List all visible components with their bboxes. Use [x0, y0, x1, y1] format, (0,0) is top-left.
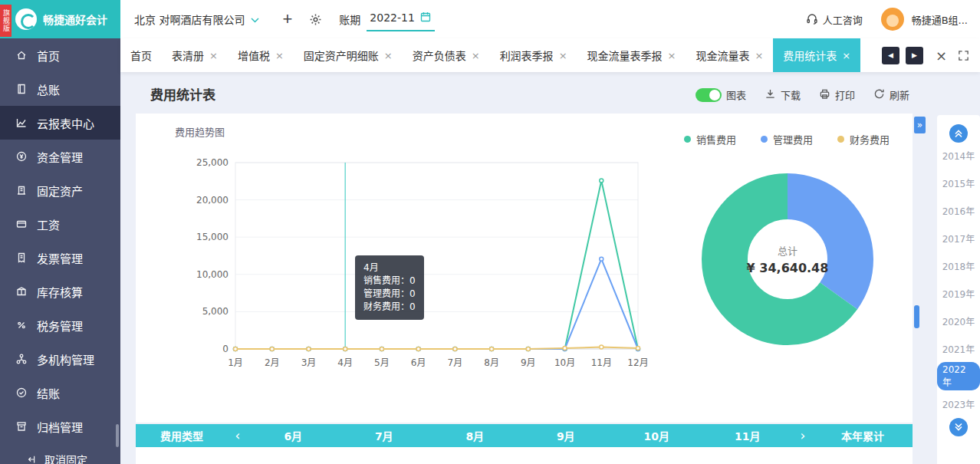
period-section: 账期 2022-11 — [339, 8, 435, 31]
svg-text:3月: 3月 — [301, 357, 317, 368]
svg-text:9月: 9月 — [521, 357, 536, 368]
chart-toggle[interactable]: 图表 — [696, 87, 746, 102]
prev-months-icon[interactable]: ‹ — [228, 428, 248, 443]
archive-icon — [15, 420, 28, 433]
sidebar-item-home[interactable]: 首页 — [0, 38, 120, 72]
year-item[interactable]: 2017年 — [937, 224, 980, 252]
column-month: 6月 — [248, 428, 339, 443]
chart-legend: 销售费用 管理费用 财务费用 — [684, 132, 890, 146]
column-month: 9月 — [521, 428, 612, 443]
gear-icon[interactable] — [309, 13, 322, 26]
cloud-report-icon — [15, 117, 28, 129]
tab-item[interactable]: 增值税× — [228, 38, 294, 72]
tab-item[interactable]: 资产负债表× — [403, 38, 490, 72]
sidebar-item-archive-management[interactable]: 归档管理 — [0, 410, 120, 443]
tab-next-button[interactable]: ▶ — [906, 47, 923, 64]
expand-panel-button[interactable]: » — [914, 117, 926, 133]
legend-item-admin[interactable]: 管理费用 — [761, 132, 813, 146]
close-tab-icon[interactable]: × — [209, 50, 218, 61]
year-item-selected[interactable]: 2022年 — [937, 362, 980, 390]
close-tab-icon[interactable]: × — [668, 50, 676, 61]
tab-item[interactable]: 表清册× — [162, 38, 228, 72]
print-icon — [819, 88, 830, 102]
next-months-icon[interactable]: › — [793, 428, 813, 443]
sidebar-item-fixed-assets[interactable]: 固定资产 — [0, 173, 120, 207]
sidebar: 首页 总账 云报表中心 资金管理 固定资产 工资 发票管理 库存核算 — [0, 38, 120, 464]
refresh-button[interactable]: 刷新 — [873, 87, 909, 102]
legend-item-sales[interactable]: 销售费用 — [684, 132, 736, 146]
close-tab-icon[interactable]: × — [384, 50, 393, 61]
year-item[interactable]: 2020年 — [937, 307, 980, 334]
tabbar: 首页 表清册× 增值税× 固定资产明细账× 资产负债表× 利润表季报× 现金流量… — [120, 38, 980, 72]
close-tab-icon[interactable]: × — [275, 50, 284, 61]
company-name: 北京 对啊酒店有限公司 — [134, 12, 245, 27]
trend-chart-title: 费用趋势图 — [175, 124, 225, 139]
add-account-set-button[interactable]: + — [279, 11, 295, 28]
report-toolbar: 图表 下载 打印 刷新 — [696, 87, 909, 102]
year-item[interactable]: 2015年 — [937, 169, 980, 196]
sidebar-item-fund-management[interactable]: 资金管理 — [0, 140, 120, 173]
sidebar-item-invoice-management[interactable]: 发票管理 — [0, 241, 120, 275]
close-tab-icon[interactable]: × — [842, 50, 850, 61]
column-month: 10月 — [611, 428, 702, 443]
year-scroll-down-button[interactable] — [949, 418, 968, 436]
vertical-scrollbar-thumb[interactable] — [914, 305, 919, 328]
invoice-icon — [15, 252, 28, 264]
year-list: 2014年 2015年 2016年 2017年 2018年 2019年 2020… — [937, 115, 980, 417]
year-item[interactable]: 2023年 — [937, 390, 980, 417]
sidebar-item-tax-management[interactable]: 税务管理 — [0, 308, 120, 342]
year-item[interactable]: 2018年 — [937, 252, 980, 279]
close-all-tabs-icon[interactable]: × — [936, 48, 947, 64]
topbar-right: 人工咨询 畅捷通B组... — [806, 8, 968, 31]
period-value: 2022-11 — [370, 12, 415, 24]
sidebar-item-multi-org-management[interactable]: 多机构管理 — [0, 342, 120, 376]
sidebar-item-payroll[interactable]: 工资 — [0, 207, 120, 241]
chart-card: 费用趋势图 销售费用 管理费用 财务费用 05,00010,00015,0002… — [136, 114, 913, 423]
year-item[interactable]: 2014年 — [937, 141, 980, 169]
username[interactable]: 畅捷通B组... — [912, 12, 968, 27]
year-scroll-up-button[interactable] — [949, 124, 968, 143]
avatar[interactable] — [881, 8, 904, 31]
close-tab-icon[interactable]: × — [472, 50, 480, 61]
sidebar-item-closing[interactable]: 结账 — [0, 376, 120, 410]
tab-item[interactable]: 利润表季报× — [490, 38, 577, 72]
print-button[interactable]: 打印 — [819, 87, 855, 102]
chevron-down-icon — [251, 13, 259, 25]
close-tab-icon[interactable]: × — [559, 50, 567, 61]
chart-tooltip: 4月 销售费用：0 管理费用：0 财务费用：0 — [355, 255, 424, 320]
svg-text:10月: 10月 — [554, 357, 575, 368]
column-year-total: 本年累计 — [813, 428, 913, 443]
tab-item-active[interactable]: 费用统计表× — [773, 38, 860, 72]
sidebar-item-cloud-report-center[interactable]: 云报表中心 — [0, 106, 120, 140]
logo-icon — [15, 8, 37, 30]
fullscreen-icon[interactable] — [958, 50, 969, 61]
legend-item-finance[interactable]: 财务费用 — [837, 132, 890, 146]
column-month: 11月 — [702, 428, 794, 443]
table-row — [136, 447, 913, 464]
svg-text:5月: 5月 — [374, 357, 390, 368]
home-icon — [15, 49, 28, 61]
company-select[interactable]: 北京 对啊酒店有限公司 — [134, 12, 259, 27]
tab-home[interactable]: 首页 — [120, 38, 162, 72]
unpin-sidebar-button[interactable]: 取消固定 — [0, 444, 120, 464]
tab-item[interactable]: 现金流量表季报× — [577, 38, 686, 72]
legend-dot — [837, 136, 844, 143]
download-button[interactable]: 下载 — [765, 87, 801, 102]
tab-item[interactable]: 固定资产明细账× — [294, 38, 403, 72]
year-item[interactable]: 2019年 — [937, 279, 980, 307]
year-item[interactable]: 2016年 — [937, 196, 980, 224]
tab-item[interactable]: 现金流量表× — [686, 38, 773, 72]
svg-text:2月: 2月 — [265, 357, 280, 368]
support-link[interactable]: 人工咨询 — [806, 12, 863, 27]
svg-text:20,000: 20,000 — [196, 195, 229, 206]
expense-donut-chart[interactable]: 总计 ¥ 34,640.48 — [699, 171, 876, 347]
sidebar-item-general-ledger[interactable]: 总账 — [0, 72, 120, 106]
toggle-switch[interactable] — [696, 88, 722, 102]
period-picker[interactable]: 2022-11 — [367, 8, 435, 31]
year-item[interactable]: 2021年 — [937, 334, 980, 362]
sidebar-item-inventory-accounting[interactable]: 库存核算 — [0, 275, 120, 308]
tab-prev-button[interactable]: ◀ — [882, 47, 899, 64]
svg-text:25,000: 25,000 — [196, 157, 229, 168]
close-tab-icon[interactable]: × — [755, 50, 763, 61]
app-logo: 畅捷通好会计 旗舰版 — [0, 0, 120, 38]
